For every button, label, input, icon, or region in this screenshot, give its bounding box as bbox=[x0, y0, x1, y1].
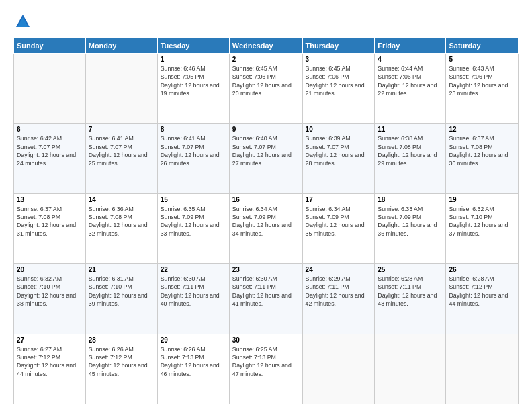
calendar-cell: 22Sunrise: 6:30 AMSunset: 7:11 PMDayligh… bbox=[157, 264, 229, 334]
page: SundayMondayTuesdayWednesdayThursdayFrid… bbox=[0, 0, 532, 411]
calendar-cell: 3Sunrise: 6:45 AMSunset: 7:06 PMDaylight… bbox=[302, 54, 375, 124]
day-number: 20 bbox=[17, 266, 83, 273]
calendar-cell: 30Sunrise: 6:25 AMSunset: 7:13 PMDayligh… bbox=[229, 334, 302, 404]
calendar-week-row: 20Sunrise: 6:32 AMSunset: 7:10 PMDayligh… bbox=[14, 264, 519, 334]
day-number: 10 bbox=[306, 126, 372, 133]
calendar-cell: 1Sunrise: 6:46 AMSunset: 7:05 PMDaylight… bbox=[157, 54, 229, 124]
day-detail: Sunrise: 6:44 AMSunset: 7:06 PMDaylight:… bbox=[378, 64, 443, 97]
day-detail: Sunrise: 6:25 AMSunset: 7:13 PMDaylight:… bbox=[232, 345, 300, 378]
day-number: 2 bbox=[232, 56, 300, 63]
calendar-cell: 26Sunrise: 6:28 AMSunset: 7:12 PMDayligh… bbox=[446, 264, 519, 334]
day-number: 16 bbox=[232, 196, 300, 203]
calendar-header-thursday: Thursday bbox=[302, 38, 375, 54]
calendar-cell: 5Sunrise: 6:43 AMSunset: 7:06 PMDaylight… bbox=[446, 54, 519, 124]
day-number: 15 bbox=[161, 196, 226, 203]
day-detail: Sunrise: 6:43 AMSunset: 7:06 PMDaylight:… bbox=[449, 64, 515, 97]
calendar-header-tuesday: Tuesday bbox=[157, 38, 229, 54]
day-number: 29 bbox=[161, 336, 226, 344]
day-number: 3 bbox=[306, 56, 372, 63]
day-number: 22 bbox=[161, 266, 226, 273]
day-number: 18 bbox=[378, 196, 443, 203]
day-detail: Sunrise: 6:28 AMSunset: 7:12 PMDaylight:… bbox=[449, 275, 515, 308]
day-detail: Sunrise: 6:35 AMSunset: 7:09 PMDaylight:… bbox=[161, 205, 226, 238]
day-detail: Sunrise: 6:38 AMSunset: 7:08 PMDaylight:… bbox=[378, 134, 443, 167]
day-number: 12 bbox=[449, 126, 515, 133]
day-number: 1 bbox=[161, 56, 226, 63]
day-detail: Sunrise: 6:41 AMSunset: 7:07 PMDaylight:… bbox=[161, 134, 226, 167]
day-number: 5 bbox=[449, 56, 515, 63]
day-number: 6 bbox=[17, 126, 83, 133]
day-detail: Sunrise: 6:46 AMSunset: 7:05 PMDaylight:… bbox=[161, 64, 226, 97]
calendar-header-row: SundayMondayTuesdayWednesdayThursdayFrid… bbox=[14, 38, 519, 54]
calendar-cell: 12Sunrise: 6:37 AMSunset: 7:08 PMDayligh… bbox=[446, 124, 519, 193]
calendar-cell: 8Sunrise: 6:41 AMSunset: 7:07 PMDaylight… bbox=[157, 124, 229, 193]
calendar-cell: 24Sunrise: 6:29 AMSunset: 7:11 PMDayligh… bbox=[302, 264, 375, 334]
calendar-header-saturday: Saturday bbox=[446, 38, 519, 54]
day-detail: Sunrise: 6:37 AMSunset: 7:08 PMDaylight:… bbox=[449, 134, 515, 167]
day-detail: Sunrise: 6:30 AMSunset: 7:11 PMDaylight:… bbox=[161, 275, 226, 308]
header bbox=[13, 12, 519, 31]
day-number: 13 bbox=[17, 196, 83, 203]
calendar-cell: 21Sunrise: 6:31 AMSunset: 7:10 PMDayligh… bbox=[85, 264, 157, 334]
day-detail: Sunrise: 6:32 AMSunset: 7:10 PMDaylight:… bbox=[449, 205, 515, 238]
calendar-cell bbox=[14, 54, 86, 124]
day-detail: Sunrise: 6:36 AMSunset: 7:08 PMDaylight:… bbox=[89, 205, 154, 238]
day-number: 8 bbox=[161, 126, 226, 133]
day-detail: Sunrise: 6:26 AMSunset: 7:13 PMDaylight:… bbox=[161, 345, 226, 378]
calendar-table: SundayMondayTuesdayWednesdayThursdayFrid… bbox=[13, 38, 519, 404]
calendar-cell bbox=[446, 334, 519, 404]
day-number: 4 bbox=[378, 56, 443, 63]
day-number: 27 bbox=[17, 336, 83, 344]
day-number: 24 bbox=[306, 266, 372, 273]
day-detail: Sunrise: 6:29 AMSunset: 7:11 PMDaylight:… bbox=[306, 275, 372, 308]
day-detail: Sunrise: 6:41 AMSunset: 7:07 PMDaylight:… bbox=[89, 134, 154, 167]
day-detail: Sunrise: 6:37 AMSunset: 7:08 PMDaylight:… bbox=[17, 205, 83, 238]
day-detail: Sunrise: 6:32 AMSunset: 7:10 PMDaylight:… bbox=[17, 275, 83, 308]
day-number: 7 bbox=[89, 126, 154, 133]
calendar-week-row: 27Sunrise: 6:27 AMSunset: 7:12 PMDayligh… bbox=[14, 334, 519, 404]
day-detail: Sunrise: 6:31 AMSunset: 7:10 PMDaylight:… bbox=[89, 275, 154, 308]
day-detail: Sunrise: 6:27 AMSunset: 7:12 PMDaylight:… bbox=[17, 345, 83, 378]
calendar-cell: 17Sunrise: 6:34 AMSunset: 7:09 PMDayligh… bbox=[302, 193, 375, 263]
calendar-header-sunday: Sunday bbox=[14, 38, 86, 54]
calendar-week-row: 6Sunrise: 6:42 AMSunset: 7:07 PMDaylight… bbox=[14, 124, 519, 193]
calendar-header-monday: Monday bbox=[85, 38, 157, 54]
day-detail: Sunrise: 6:45 AMSunset: 7:06 PMDaylight:… bbox=[232, 64, 300, 97]
calendar-cell: 14Sunrise: 6:36 AMSunset: 7:08 PMDayligh… bbox=[85, 193, 157, 263]
calendar-cell: 25Sunrise: 6:28 AMSunset: 7:11 PMDayligh… bbox=[375, 264, 446, 334]
calendar-cell: 27Sunrise: 6:27 AMSunset: 7:12 PMDayligh… bbox=[14, 334, 86, 404]
day-number: 25 bbox=[378, 266, 443, 273]
day-detail: Sunrise: 6:26 AMSunset: 7:12 PMDaylight:… bbox=[89, 345, 154, 378]
day-detail: Sunrise: 6:34 AMSunset: 7:09 PMDaylight:… bbox=[306, 205, 372, 238]
calendar-cell: 23Sunrise: 6:30 AMSunset: 7:11 PMDayligh… bbox=[229, 264, 302, 334]
day-number: 21 bbox=[89, 266, 154, 273]
calendar-cell: 9Sunrise: 6:40 AMSunset: 7:07 PMDaylight… bbox=[229, 124, 302, 193]
day-number: 19 bbox=[449, 196, 515, 203]
day-number: 23 bbox=[232, 266, 300, 273]
logo-icon bbox=[13, 12, 32, 31]
calendar-cell: 4Sunrise: 6:44 AMSunset: 7:06 PMDaylight… bbox=[375, 54, 446, 124]
day-detail: Sunrise: 6:33 AMSunset: 7:09 PMDaylight:… bbox=[378, 205, 443, 238]
calendar-cell: 6Sunrise: 6:42 AMSunset: 7:07 PMDaylight… bbox=[14, 124, 86, 193]
calendar-cell: 15Sunrise: 6:35 AMSunset: 7:09 PMDayligh… bbox=[157, 193, 229, 263]
day-detail: Sunrise: 6:30 AMSunset: 7:11 PMDaylight:… bbox=[232, 275, 300, 308]
calendar-cell: 28Sunrise: 6:26 AMSunset: 7:12 PMDayligh… bbox=[85, 334, 157, 404]
calendar-week-row: 13Sunrise: 6:37 AMSunset: 7:08 PMDayligh… bbox=[14, 193, 519, 263]
calendar-cell: 20Sunrise: 6:32 AMSunset: 7:10 PMDayligh… bbox=[14, 264, 86, 334]
day-detail: Sunrise: 6:34 AMSunset: 7:09 PMDaylight:… bbox=[232, 205, 300, 238]
calendar-cell: 11Sunrise: 6:38 AMSunset: 7:08 PMDayligh… bbox=[375, 124, 446, 193]
day-number: 17 bbox=[306, 196, 372, 203]
calendar-cell: 7Sunrise: 6:41 AMSunset: 7:07 PMDaylight… bbox=[85, 124, 157, 193]
calendar-cell: 19Sunrise: 6:32 AMSunset: 7:10 PMDayligh… bbox=[446, 193, 519, 263]
calendar-cell: 18Sunrise: 6:33 AMSunset: 7:09 PMDayligh… bbox=[375, 193, 446, 263]
day-number: 9 bbox=[232, 126, 300, 133]
calendar-cell: 10Sunrise: 6:39 AMSunset: 7:07 PMDayligh… bbox=[302, 124, 375, 193]
logo bbox=[13, 12, 35, 31]
calendar-week-row: 1Sunrise: 6:46 AMSunset: 7:05 PMDaylight… bbox=[14, 54, 519, 124]
calendar-cell bbox=[375, 334, 446, 404]
day-number: 28 bbox=[89, 336, 154, 344]
calendar-cell bbox=[85, 54, 157, 124]
calendar-cell: 13Sunrise: 6:37 AMSunset: 7:08 PMDayligh… bbox=[14, 193, 86, 263]
day-detail: Sunrise: 6:45 AMSunset: 7:06 PMDaylight:… bbox=[306, 64, 372, 97]
calendar-cell: 29Sunrise: 6:26 AMSunset: 7:13 PMDayligh… bbox=[157, 334, 229, 404]
